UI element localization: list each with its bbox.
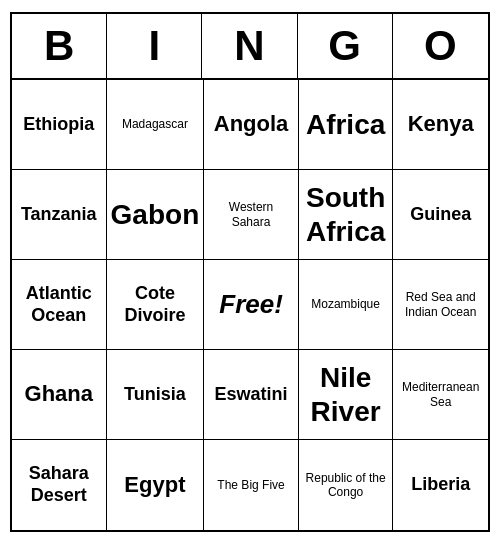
bingo-cell: Nile River <box>299 350 394 440</box>
cell-text: Sahara Desert <box>16 463 102 506</box>
cell-text: Tunisia <box>124 384 186 406</box>
cell-text: Guinea <box>410 204 471 226</box>
bingo-cell: Guinea <box>393 170 488 260</box>
bingo-cell: Mozambique <box>299 260 394 350</box>
bingo-cell: Liberia <box>393 440 488 530</box>
cell-text: Red Sea and Indian Ocean <box>397 290 484 319</box>
bingo-cell: Free! <box>204 260 299 350</box>
cell-text: Madagascar <box>122 117 188 131</box>
bingo-cell: Sahara Desert <box>12 440 107 530</box>
cell-text: Kenya <box>408 111 474 137</box>
bingo-cell: Ethiopia <box>12 80 107 170</box>
bingo-cell: Atlantic Ocean <box>12 260 107 350</box>
bingo-grid: EthiopiaMadagascarAngolaAfricaKenyaTanza… <box>12 80 488 530</box>
header-letter: N <box>202 14 297 78</box>
bingo-cell: Tunisia <box>107 350 205 440</box>
bingo-cell: Mediterranean Sea <box>393 350 488 440</box>
cell-text: Egypt <box>124 472 185 498</box>
bingo-cell: Eswatini <box>204 350 299 440</box>
cell-text: Western Sahara <box>208 200 294 229</box>
bingo-cell: Egypt <box>107 440 205 530</box>
header-letter: O <box>393 14 488 78</box>
cell-text: Republic of the Congo <box>303 471 389 500</box>
cell-text: Angola <box>214 111 289 137</box>
cell-text: Free! <box>219 289 283 320</box>
cell-text: Africa <box>306 108 385 142</box>
bingo-cell: Kenya <box>393 80 488 170</box>
bingo-cell: Republic of the Congo <box>299 440 394 530</box>
header-letter: I <box>107 14 202 78</box>
cell-text: Mozambique <box>311 297 380 311</box>
cell-text: Mediterranean Sea <box>397 380 484 409</box>
bingo-cell: Gabon <box>107 170 205 260</box>
bingo-card: BINGO EthiopiaMadagascarAngolaAfricaKeny… <box>10 12 490 532</box>
cell-text: Nile River <box>303 361 389 428</box>
bingo-cell: Red Sea and Indian Ocean <box>393 260 488 350</box>
bingo-cell: Ghana <box>12 350 107 440</box>
header-letter: G <box>298 14 393 78</box>
bingo-cell: Africa <box>299 80 394 170</box>
bingo-cell: Angola <box>204 80 299 170</box>
bingo-cell: Madagascar <box>107 80 205 170</box>
cell-text: Cote Divoire <box>111 283 200 326</box>
bingo-header: BINGO <box>12 14 488 80</box>
cell-text: Gabon <box>111 198 200 232</box>
bingo-cell: South Africa <box>299 170 394 260</box>
bingo-cell: Cote Divoire <box>107 260 205 350</box>
bingo-cell: The Big Five <box>204 440 299 530</box>
bingo-cell: Western Sahara <box>204 170 299 260</box>
cell-text: Ghana <box>25 381 93 407</box>
cell-text: South Africa <box>303 181 389 248</box>
cell-text: Eswatini <box>215 384 288 406</box>
cell-text: Ethiopia <box>23 114 94 136</box>
cell-text: Liberia <box>411 474 470 496</box>
cell-text: The Big Five <box>217 478 284 492</box>
cell-text: Atlantic Ocean <box>16 283 102 326</box>
cell-text: Tanzania <box>21 204 97 226</box>
bingo-cell: Tanzania <box>12 170 107 260</box>
header-letter: B <box>12 14 107 78</box>
